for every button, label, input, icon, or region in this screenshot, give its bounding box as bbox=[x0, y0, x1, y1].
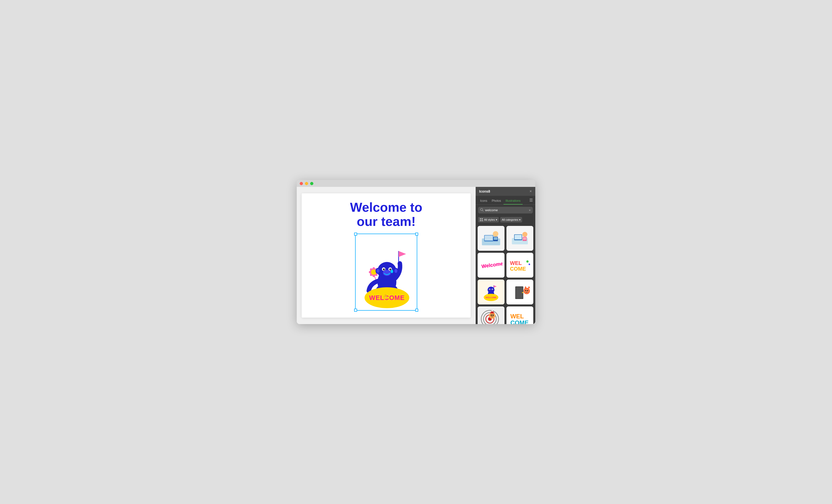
svg-rect-35 bbox=[480, 220, 481, 221]
result-item-3[interactable]: Welcome! Welcome! bbox=[478, 253, 504, 277]
svg-rect-66 bbox=[516, 287, 523, 298]
filters-row: All styles ▾ All categories ▾ bbox=[476, 215, 535, 224]
svg-rect-33 bbox=[480, 218, 481, 219]
result-item-8[interactable]: WEL COME bbox=[506, 307, 533, 324]
svg-point-46 bbox=[522, 232, 527, 237]
svg-text:WEL: WEL bbox=[511, 313, 524, 320]
titlebar bbox=[297, 180, 535, 187]
result-svg-7 bbox=[479, 309, 502, 324]
svg-text:Welcome!: Welcome! bbox=[481, 261, 502, 269]
result-item-2[interactable] bbox=[506, 226, 533, 251]
result-item-4[interactable]: WEL COME bbox=[506, 253, 533, 277]
svg-text:WEL: WEL bbox=[510, 260, 522, 266]
search-icon bbox=[480, 208, 484, 212]
tab-icons[interactable]: Icons bbox=[478, 198, 489, 205]
result-svg-4: WEL COME bbox=[509, 255, 531, 276]
result-svg-5: WELCOME bbox=[479, 282, 502, 303]
svg-point-54 bbox=[528, 263, 530, 265]
result-svg-8: WEL COME bbox=[509, 309, 531, 324]
tab-photos[interactable]: Photos bbox=[490, 198, 503, 205]
svg-marker-69 bbox=[524, 286, 527, 288]
slide: Welcome to our team! bbox=[302, 193, 471, 318]
result-svg-6 bbox=[509, 282, 531, 303]
result-svg-2 bbox=[509, 228, 531, 249]
svg-rect-42 bbox=[494, 237, 497, 240]
result-item-7[interactable] bbox=[478, 307, 504, 324]
svg-point-18 bbox=[394, 269, 397, 273]
search-bar: × bbox=[476, 205, 535, 215]
svg-point-72 bbox=[525, 290, 527, 291]
svg-point-17 bbox=[376, 269, 380, 273]
minimize-button[interactable] bbox=[305, 182, 308, 185]
slide-title: Welcome to our team! bbox=[350, 200, 422, 229]
svg-rect-36 bbox=[482, 220, 483, 221]
svg-rect-48 bbox=[523, 237, 526, 240]
close-button[interactable] bbox=[300, 182, 303, 185]
window-body: Welcome to our team! bbox=[297, 187, 535, 324]
categories-filter[interactable]: All categories ▾ bbox=[500, 217, 522, 222]
svg-point-73 bbox=[527, 290, 528, 291]
svg-line-32 bbox=[483, 211, 484, 212]
canvas-area: Welcome to our team! bbox=[297, 187, 476, 324]
svg-rect-39 bbox=[485, 235, 493, 240]
search-clear-button[interactable]: × bbox=[529, 209, 531, 212]
svg-rect-34 bbox=[482, 218, 483, 219]
icons8-panel: Icons8 × Icons Photos Illustrations ☰ bbox=[476, 187, 535, 324]
svg-rect-45 bbox=[515, 235, 522, 239]
svg-text:COME: COME bbox=[511, 319, 528, 324]
results-grid: Welcome! Welcome! WEL COME bbox=[476, 224, 535, 324]
result-item-6[interactable] bbox=[506, 280, 533, 304]
svg-marker-7 bbox=[398, 251, 406, 257]
svg-text:🤚: 🤚 bbox=[383, 294, 388, 299]
panel-title: Icons8 bbox=[479, 189, 490, 193]
result-item-5[interactable]: WELCOME bbox=[478, 280, 504, 304]
result-item-1[interactable] bbox=[478, 226, 504, 251]
app-window: Welcome to our team! bbox=[297, 180, 535, 324]
svg-point-40 bbox=[493, 231, 498, 237]
svg-point-24 bbox=[390, 269, 391, 270]
illustration-selected[interactable]: WELCOME 🤚 bbox=[355, 234, 417, 311]
svg-point-80 bbox=[493, 314, 494, 316]
styles-filter[interactable]: All styles ▾ bbox=[478, 217, 499, 222]
svg-point-23 bbox=[384, 269, 385, 270]
maximize-button[interactable] bbox=[310, 182, 313, 185]
tab-illustrations[interactable]: Illustrations bbox=[503, 198, 523, 205]
panel-header: Icons8 × bbox=[476, 187, 535, 196]
svg-point-67 bbox=[522, 292, 523, 293]
styles-filter-icon bbox=[479, 218, 483, 221]
svg-marker-64 bbox=[494, 285, 497, 287]
svg-point-71 bbox=[524, 289, 529, 293]
svg-marker-70 bbox=[528, 286, 530, 288]
svg-point-62 bbox=[492, 289, 493, 290]
search-input-wrap: × bbox=[478, 207, 533, 213]
panel-close-button[interactable]: × bbox=[529, 189, 532, 193]
styles-filter-chevron: ▾ bbox=[496, 218, 497, 221]
result-svg-3: Welcome! Welcome! bbox=[479, 255, 502, 276]
svg-point-79 bbox=[491, 314, 492, 316]
svg-point-53 bbox=[526, 260, 528, 262]
menu-icon[interactable]: ☰ bbox=[529, 198, 533, 205]
svg-text:COME: COME bbox=[510, 266, 526, 272]
welcome-illustration: WELCOME 🤚 bbox=[355, 234, 417, 311]
categories-filter-chevron: ▾ bbox=[519, 218, 521, 221]
search-input[interactable] bbox=[485, 208, 527, 212]
svg-point-61 bbox=[489, 289, 490, 290]
svg-point-83 bbox=[492, 310, 493, 312]
result-svg-1 bbox=[479, 228, 502, 249]
panel-tabs: Icons Photos Illustrations ☰ bbox=[476, 196, 535, 205]
svg-text:WELCOME: WELCOME bbox=[486, 296, 497, 299]
